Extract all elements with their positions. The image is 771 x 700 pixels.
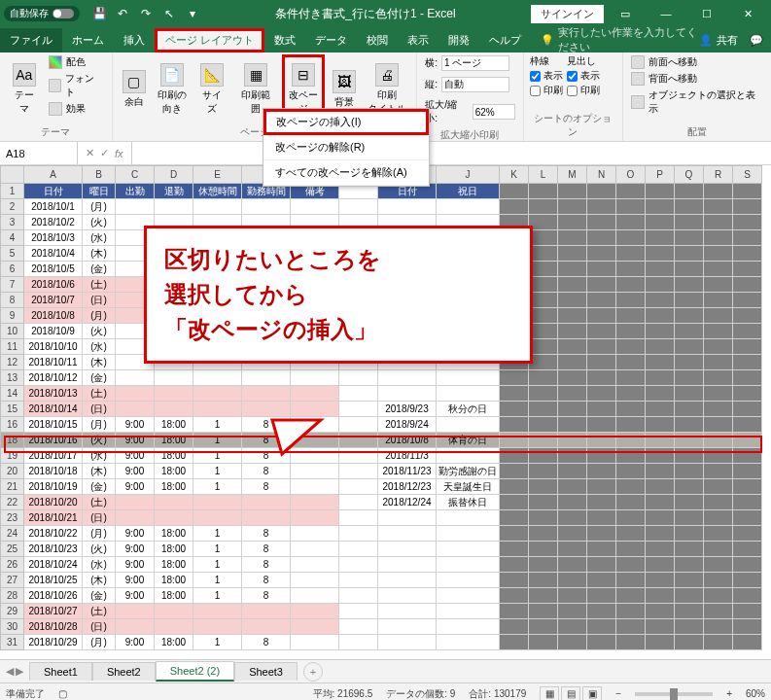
status-ready: 準備完了	[6, 687, 45, 701]
backward-icon	[631, 72, 645, 86]
sheet-tab-1[interactable]: Sheet1	[29, 662, 92, 681]
size-icon: 📐	[200, 63, 224, 87]
gridlines-view-check[interactable]: 表示	[530, 69, 563, 83]
enter-icon[interactable]: ✓	[100, 147, 109, 159]
forward-label: 前面へ移動	[648, 55, 697, 69]
lightbulb-icon: 💡	[541, 34, 554, 47]
height-input[interactable]	[441, 77, 509, 92]
svg-marker-0	[272, 420, 321, 454]
callout-line2: 選択してから	[164, 277, 512, 312]
insert-page-break-item[interactable]: 改ページの挿入(I)	[263, 109, 429, 135]
normal-view-icon[interactable]: ▦	[540, 686, 559, 701]
ribbon-display-icon[interactable]: ▭	[606, 0, 645, 27]
margins-icon: ▢	[123, 70, 146, 93]
tab-page-layout[interactable]: ページ レイアウト	[155, 28, 264, 52]
record-macro-icon[interactable]: ▢	[58, 688, 67, 699]
colors-label: 配色	[66, 55, 86, 69]
bring-forward-button[interactable]: 前面へ移動	[629, 54, 765, 70]
status-sum: 合計: 130179	[469, 687, 526, 701]
status-bar: 準備完了 ▢ 平均: 21696.5 データの個数: 9 合計: 130179 …	[0, 682, 771, 700]
zoom-in-icon[interactable]: +	[726, 688, 732, 699]
print-titles-icon: 🖨	[375, 63, 399, 87]
menu-bar: ファイル ホーム 挿入 ページ レイアウト 数式 データ 校閲 表示 開発 ヘル…	[0, 27, 771, 52]
sheet-tab-2b[interactable]: Sheet2 (2)	[156, 661, 234, 682]
width-input[interactable]	[441, 55, 509, 71]
gridlines-print-check[interactable]: 印刷	[530, 84, 563, 97]
share-button[interactable]: 👤共有	[699, 33, 738, 48]
selection-pane-button[interactable]: オブジェクトの選択と表示	[629, 88, 765, 117]
redo-icon[interactable]: ↷	[138, 6, 154, 21]
tell-me-input[interactable]: 💡 実行したい作業を入力してください	[531, 25, 699, 54]
view-check-label-2: 表示	[580, 69, 600, 83]
width-label: 横:	[425, 56, 438, 70]
tab-help[interactable]: ヘルプ	[479, 28, 531, 52]
zoom-out-icon[interactable]: −	[615, 688, 621, 699]
qat-dropdown-icon[interactable]: ▾	[185, 6, 200, 21]
signin-button[interactable]: サインイン	[531, 5, 604, 23]
fonts-label: フォント	[65, 72, 103, 99]
sheet-tab-2[interactable]: Sheet2	[92, 662, 156, 681]
tab-view[interactable]: 表示	[398, 28, 438, 52]
headings-label: 見出し	[567, 54, 600, 68]
breaks-icon: ⊟	[292, 63, 315, 87]
zoom-level[interactable]: 60%	[746, 688, 765, 699]
margins-button[interactable]: ▢余白	[119, 54, 150, 123]
headings-view-check[interactable]: 表示	[567, 69, 600, 83]
status-count: データの個数: 9	[386, 687, 455, 701]
tab-data[interactable]: データ	[305, 28, 357, 52]
scale-input[interactable]	[473, 104, 515, 120]
maximize-icon[interactable]: ☐	[687, 0, 726, 27]
tab-developer[interactable]: 開発	[438, 28, 479, 52]
tab-review[interactable]: 校閲	[357, 28, 398, 52]
background-label: 背景	[334, 95, 354, 109]
height-label: 縦:	[425, 78, 438, 91]
undo-icon[interactable]: ↶	[115, 6, 130, 21]
save-icon[interactable]: 💾	[91, 6, 107, 21]
page-layout-view-icon[interactable]: ▤	[561, 686, 580, 701]
reset-page-breaks-item[interactable]: すべての改ページを解除(A)	[263, 160, 429, 186]
name-box[interactable]: A18	[0, 142, 78, 164]
tab-formulas[interactable]: 数式	[264, 28, 305, 52]
page-break-view-icon[interactable]: ▣	[582, 686, 602, 701]
print-area-icon: ▦	[244, 63, 267, 87]
selpane-label: オブジェクトの選択と表示	[648, 88, 764, 116]
colors-icon	[49, 55, 62, 69]
arrange-group-label: 配置	[629, 123, 765, 139]
callout-line3: 「改ページの挿入」	[164, 312, 512, 347]
title-bar: 自動保存 💾 ↶ ↷ ↖ ▾ 条件付き書式_行に色付け1 - Excel サイン…	[0, 0, 771, 27]
effects-button[interactable]: 効果	[47, 101, 106, 117]
themes-button[interactable]: Aa テーマ	[6, 54, 43, 123]
fx-icon[interactable]: fx	[115, 148, 123, 159]
remove-page-break-item[interactable]: 改ページの解除(R)	[263, 135, 429, 160]
background-icon: 🖼	[333, 70, 356, 93]
orientation-label: 印刷の 向き	[158, 88, 187, 116]
formula-bar[interactable]	[131, 142, 771, 164]
colors-button[interactable]: 配色	[47, 54, 106, 70]
size-button[interactable]: 📐サイズ	[194, 54, 229, 123]
annotation-callout: 区切りたいところを 選択してから 「改ページの挿入」	[144, 226, 533, 364]
close-icon[interactable]: ✕	[728, 0, 767, 27]
selection-pane-icon	[631, 95, 645, 109]
add-sheet-button[interactable]: +	[303, 662, 323, 682]
orientation-button[interactable]: 📄印刷の 向き	[154, 54, 191, 123]
margins-label: 余白	[124, 95, 144, 109]
sheet-tab-3[interactable]: Sheet3	[234, 662, 298, 681]
headings-print-check[interactable]: 印刷	[567, 84, 600, 97]
zoom-slider[interactable]	[635, 692, 713, 696]
tab-nav-next-icon[interactable]: ▶	[16, 665, 23, 678]
fonts-button[interactable]: フォント	[47, 71, 106, 100]
fonts-icon	[49, 79, 62, 92]
tab-home[interactable]: ホーム	[62, 28, 114, 52]
cursor-icon[interactable]: ↖	[161, 6, 177, 21]
tab-insert[interactable]: 挿入	[114, 28, 155, 52]
minimize-icon[interactable]: —	[647, 0, 685, 27]
tab-nav-prev-icon[interactable]: ◀	[6, 665, 14, 678]
send-backward-button[interactable]: 背面へ移動	[629, 71, 765, 87]
themes-icon: Aa	[13, 63, 36, 87]
cancel-icon[interactable]: ✕	[86, 147, 94, 159]
status-average: 平均: 21696.5	[313, 687, 373, 701]
tab-file[interactable]: ファイル	[0, 28, 62, 52]
comments-icon[interactable]: 💬	[750, 34, 763, 47]
scale-label: 拡大/縮小:	[425, 98, 468, 125]
autosave-toggle[interactable]: 自動保存	[4, 6, 80, 21]
